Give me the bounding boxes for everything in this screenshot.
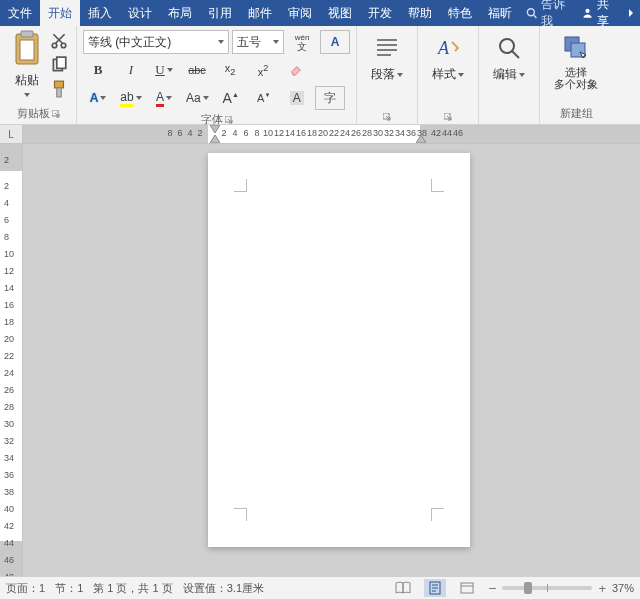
superscript-button[interactable]: x2 [248, 58, 278, 82]
brush-icon [50, 80, 68, 98]
chevron-right-icon [626, 8, 636, 18]
page[interactable] [208, 153, 470, 547]
copy-button[interactable] [50, 56, 68, 74]
highlight-button[interactable]: ab [116, 86, 146, 110]
status-page[interactable]: 页面：1 [6, 581, 45, 596]
grow-font-button[interactable]: A▲ [216, 86, 246, 110]
font-family-combo[interactable]: 等线 (中文正文) [83, 30, 229, 54]
ruler-tick: 16 [4, 300, 14, 312]
zoom-percent[interactable]: 37% [612, 582, 634, 594]
ruler-tick: 42 [4, 521, 14, 533]
ruler-tick: 4 [4, 198, 9, 210]
italic-button[interactable]: I [116, 58, 146, 82]
document-canvas[interactable] [22, 143, 640, 576]
svg-text:A: A [437, 38, 450, 58]
tab-layout[interactable]: 布局 [160, 0, 200, 26]
ruler-tick: 26 [4, 385, 14, 397]
copy-icon [50, 56, 68, 74]
clear-formatting-button[interactable] [281, 58, 311, 82]
tab-insert[interactable]: 插入 [80, 0, 120, 26]
paste-button[interactable]: 粘贴 [6, 30, 48, 97]
status-setting[interactable]: 设置值：3.1厘米 [183, 581, 264, 596]
group-label-editing-spacer [507, 107, 510, 124]
strikethrough-button[interactable]: abc [182, 58, 212, 82]
ribbon-collapse-button[interactable] [622, 0, 640, 26]
status-pages[interactable]: 第 1 页，共 1 页 [93, 581, 172, 596]
editing-button[interactable]: 编辑 [485, 30, 533, 87]
ruler-corner[interactable]: L [0, 125, 23, 144]
read-mode-button[interactable] [392, 579, 414, 597]
subscript-button[interactable]: x2 [215, 58, 245, 82]
paste-label: 粘贴 [15, 72, 39, 89]
zoom-in-button[interactable]: + [598, 581, 606, 596]
group-label-paragraph [383, 111, 391, 124]
tab-review[interactable]: 审阅 [280, 0, 320, 26]
find-icon [495, 34, 523, 62]
horizontal-ruler[interactable]: 8 6 4 2 2 4 6 8 10 12 14 16 18 20 22 24 … [22, 125, 640, 144]
svg-rect-5 [20, 40, 34, 60]
cut-button[interactable] [50, 32, 68, 50]
font-size-value: 五号 [237, 34, 261, 51]
character-shading-button[interactable]: A [282, 86, 312, 110]
svg-line-1 [534, 15, 537, 18]
phonetic-guide-button[interactable]: wén 文 [287, 30, 317, 54]
svg-point-6 [52, 43, 57, 48]
print-layout-button[interactable] [424, 579, 446, 597]
first-line-indent-marker[interactable] [210, 125, 220, 133]
chevron-down-icon [273, 40, 279, 44]
share-button[interactable]: 共享 [576, 0, 622, 26]
enclose-characters-button[interactable]: 字 [315, 86, 345, 110]
select-objects-icon [562, 34, 590, 62]
font-color-button[interactable]: A [149, 86, 179, 110]
eraser-icon [289, 63, 303, 77]
tab-foxit[interactable]: 福昕 [480, 0, 520, 26]
menubar: 文件 开始 插入 设计 布局 引用 邮件 审阅 视图 开发 帮助 特色 福昕 告… [0, 0, 640, 26]
zoom-out-button[interactable]: − [488, 580, 496, 596]
character-border-button[interactable]: A [320, 30, 350, 54]
format-painter-button[interactable] [50, 80, 68, 98]
paragraph-button[interactable]: 段落 [363, 30, 411, 87]
tab-design[interactable]: 设计 [120, 0, 160, 26]
zoom-slider[interactable] [502, 586, 592, 590]
tab-mailings[interactable]: 邮件 [240, 0, 280, 26]
tell-me-search[interactable]: 告诉我 [520, 0, 576, 26]
tab-file[interactable]: 文件 [0, 0, 40, 26]
styles-button[interactable]: A 样式 [424, 30, 472, 87]
ruler-tick: 24 [4, 368, 14, 380]
tab-developer[interactable]: 开发 [360, 0, 400, 26]
dialog-launcher-icon[interactable] [444, 113, 452, 121]
dialog-launcher-icon[interactable] [225, 116, 233, 124]
tab-home[interactable]: 开始 [40, 0, 80, 26]
dialog-launcher-icon[interactable] [383, 113, 391, 121]
clipboard-icon [10, 30, 44, 68]
underline-button[interactable]: U [149, 58, 179, 82]
zoom-slider-thumb[interactable] [524, 582, 532, 594]
shrink-font-button[interactable]: A▼ [249, 86, 279, 110]
ruler-tick: 2 [194, 128, 206, 138]
web-layout-button[interactable] [456, 579, 478, 597]
font-size-combo[interactable]: 五号 [232, 30, 284, 54]
hanging-indent-marker[interactable] [210, 135, 220, 143]
ruler-tick: 34 [4, 453, 14, 465]
bold-button[interactable]: B [83, 58, 113, 82]
ribbon-home: 粘贴 剪贴板 [0, 26, 640, 125]
margin-mark-icon [431, 179, 444, 192]
editing-label: 编辑 [493, 66, 517, 83]
vertical-ruler[interactable]: 2 2 4 6 8 10 12 14 16 18 20 22 24 26 28 … [0, 143, 23, 576]
tab-view[interactable]: 视图 [320, 0, 360, 26]
ruler-tick: 20 [4, 334, 14, 346]
tab-help[interactable]: 帮助 [400, 0, 440, 26]
scissors-icon [50, 32, 68, 50]
page-icon [428, 581, 442, 595]
change-case-button[interactable]: Aa [182, 86, 213, 110]
text-effects-button[interactable]: A [83, 86, 113, 110]
tab-special[interactable]: 特色 [440, 0, 480, 26]
dialog-launcher-icon[interactable] [52, 110, 60, 118]
right-indent-marker[interactable] [416, 135, 426, 143]
select-line2: 多个对象 [554, 78, 598, 90]
tab-references[interactable]: 引用 [200, 0, 240, 26]
paragraph-icon [373, 34, 401, 62]
svg-point-21 [500, 39, 514, 53]
status-section[interactable]: 节：1 [55, 581, 83, 596]
select-multiple-button[interactable]: 选择 多个对象 [546, 30, 606, 94]
